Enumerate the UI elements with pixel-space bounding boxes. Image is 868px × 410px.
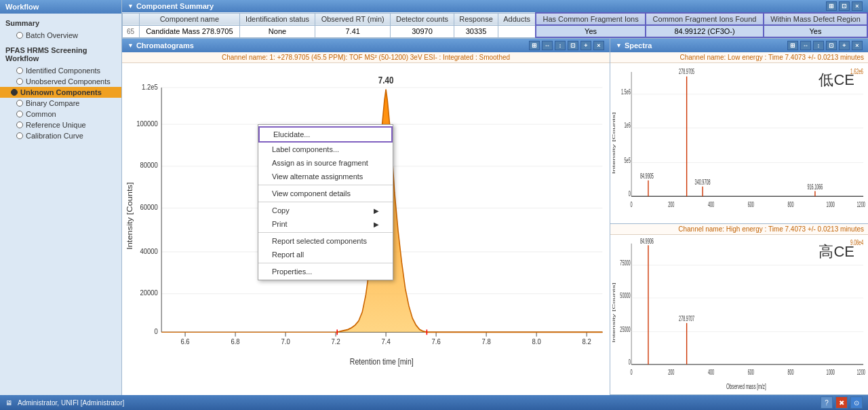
chrom-toolbar-icon-1[interactable]: ⊞ [529, 41, 540, 50]
sidebar-item-binary[interactable]: Binary Compare [0, 98, 121, 109]
svg-text:60000: 60000 [140, 202, 158, 211]
submenu-arrow: ▶ [374, 221, 379, 228]
svg-text:0: 0 [631, 369, 633, 376]
chrom-toolbar-icon-4[interactable]: ⊡ [568, 41, 578, 50]
divider-3 [258, 232, 393, 233]
spectra-toolbar: ▼ Spectra ⊞ ↔ ↕ ⊡ + × [610, 39, 868, 52]
svg-text:7.4: 7.4 [381, 337, 390, 346]
chrom-toolbar-icon-5[interactable]: + [580, 41, 591, 50]
svg-text:80000: 80000 [140, 160, 158, 169]
status-icon-3[interactable]: ⊙ [850, 396, 863, 409]
col-component-name [123, 13, 140, 25]
svg-text:75000: 75000 [620, 259, 631, 266]
main-area: Workflow Summary Batch Overview PFAS HRM… [0, 0, 868, 395]
svg-text:Intensity [Counts]: Intensity [Counts] [125, 183, 134, 250]
svg-text:5e5: 5e5 [624, 156, 630, 165]
spectra-toolbar-icon-2[interactable]: ↔ [800, 41, 811, 50]
table-row[interactable]: 65 Candidate Mass 278.9705 None 7.41 309… [123, 25, 868, 37]
sidebar-title: Workflow [0, 0, 121, 14]
status-icon-1[interactable]: ? [821, 396, 833, 409]
svg-text:0: 0 [629, 189, 631, 198]
sidebar-item-unobserved[interactable]: Unobserved Components [0, 76, 121, 87]
component-summary-header: ▼ Component Summary ⊞ ⊡ × [122, 0, 868, 12]
divider-4 [258, 263, 393, 263]
context-menu-properties[interactable]: Properties... [258, 265, 393, 278]
svg-text:1.5e6: 1.5e6 [621, 88, 631, 96]
col-response: Response [454, 13, 498, 25]
cell-detector-counts: 30970 [391, 25, 454, 37]
toolbar-icon-1[interactable]: ⊞ [826, 1, 837, 11]
svg-text:Retention time [min]: Retention time [min] [350, 356, 414, 366]
svg-text:7.6: 7.6 [432, 337, 441, 346]
sidebar-item-batch-overview[interactable]: Batch Overview [0, 30, 121, 41]
cell-has-common-fragment: Yes [536, 25, 646, 37]
svg-text:100000: 100000 [136, 119, 158, 128]
radio-icon [16, 32, 23, 39]
chrom-toolbar-icon-6[interactable]: × [593, 41, 604, 50]
triangle-icon: ▼ [127, 3, 134, 10]
chrom-toolbar-icon-3[interactable]: ↕ [555, 41, 566, 50]
low-ce-label: 低CE [818, 70, 854, 90]
context-menu-report-all[interactable]: Report all [258, 248, 393, 261]
context-menu-view-alternate[interactable]: View alternate assignments [258, 170, 393, 183]
chromatogram-panel: ▼ Chromatograms ⊞ ↔ ↕ ⊡ + × Cha [122, 39, 610, 395]
sidebar-item-common[interactable]: Common [0, 109, 121, 119]
svg-text:800: 800 [787, 200, 793, 209]
svg-text:50000: 50000 [620, 292, 631, 299]
svg-text:84.9905: 84.9905 [640, 172, 654, 181]
sidebar-item-calibration[interactable]: Calibration Curve [0, 130, 121, 141]
high-ce-label: 高CE [818, 242, 854, 262]
svg-text:1.2e5: 1.2e5 [142, 82, 158, 91]
spectra-toolbar-icon-4[interactable]: ⊡ [826, 41, 837, 50]
spectra-toolbar-icon-6[interactable]: × [852, 41, 863, 50]
status-user-label: 🖥 [5, 399, 12, 407]
row-num: 65 [123, 25, 140, 37]
context-menu-copy[interactable]: Copy ▶ [258, 204, 393, 217]
triangle-icon: ▼ [616, 42, 622, 49]
channel-label: Channel name: 1: +278.9705 (45.5 PPM): T… [122, 52, 610, 63]
svg-text:0: 0 [629, 358, 631, 366]
sidebar-summary-section: Summary [0, 16, 121, 30]
status-icon-2[interactable]: ✖ [835, 396, 848, 409]
svg-text:400: 400 [708, 200, 714, 209]
svg-text:7.2: 7.2 [331, 337, 340, 346]
svg-text:916.1066: 916.1066 [807, 183, 823, 191]
svg-text:0: 0 [631, 200, 633, 209]
context-menu-view-details[interactable]: View component details [258, 187, 393, 200]
toolbar-icon-2[interactable]: ⊡ [839, 1, 850, 11]
spectra-toolbar-icon-1[interactable]: ⊞ [787, 41, 798, 50]
bottom-panels: ▼ Chromatograms ⊞ ↔ ↕ ⊡ + × Cha [122, 39, 868, 395]
component-table: Component name Identification status Obs… [122, 12, 868, 38]
sidebar-pfas-section: PFAS HRMS Screening Workflow [0, 43, 121, 65]
component-summary-panel: ▼ Component Summary ⊞ ⊡ × Component nam [122, 0, 868, 39]
chrom-toolbar-icon-2[interactable]: ↔ [542, 41, 553, 50]
svg-text:Observed mass [m/z]: Observed mass [m/z] [726, 381, 766, 390]
status-user-text: Administrator, UNIFI [Administrator] [18, 399, 124, 407]
sidebar-item-identified[interactable]: Identified Components [0, 65, 121, 76]
context-menu-report-selected[interactable]: Report selected components [258, 234, 393, 248]
context-menu-elucidate[interactable]: Elucidate... [258, 126, 393, 143]
col-has-common-fragment: Has Common Fragment Ions [536, 13, 646, 25]
svg-text:200: 200 [668, 369, 675, 376]
radio-icon [16, 100, 23, 107]
svg-text:1000: 1000 [827, 200, 835, 209]
context-menu-print[interactable]: Print ▶ [258, 217, 393, 231]
sidebar-item-unknown[interactable]: Unknown Components [0, 87, 121, 98]
spectra-toolbar-icon-3[interactable]: ↕ [813, 41, 824, 50]
sidebar-item-reference[interactable]: Reference Unique [0, 119, 121, 130]
svg-text:278.9707: 278.9707 [679, 315, 694, 322]
svg-text:6.8: 6.8 [231, 337, 239, 346]
status-bar-right: ? ✖ ⊙ [821, 396, 863, 409]
divider-2 [258, 202, 393, 202]
svg-text:600: 600 [748, 200, 754, 209]
spectra-toolbar-icon-5[interactable]: + [839, 41, 850, 50]
toolbar-icon-3[interactable]: × [852, 1, 863, 11]
context-menu-label-components[interactable]: Label components... [258, 143, 393, 156]
svg-text:Intensity [Counts]: Intensity [Counts] [612, 282, 616, 342]
cell-common-fragment-found: 84.99122 (CF3O-) [646, 25, 764, 37]
col-observed-rt: Observed RT (min) [315, 13, 391, 25]
context-menu-assign-source[interactable]: Assign as in source fragment [258, 156, 393, 170]
low-ce-chart: 1.62e6 0 5e5 1e6 [610, 63, 868, 223]
status-bar: 🖥 Administrator, UNIFI [Administrator] ?… [0, 395, 868, 410]
svg-text:7.8: 7.8 [482, 337, 491, 346]
